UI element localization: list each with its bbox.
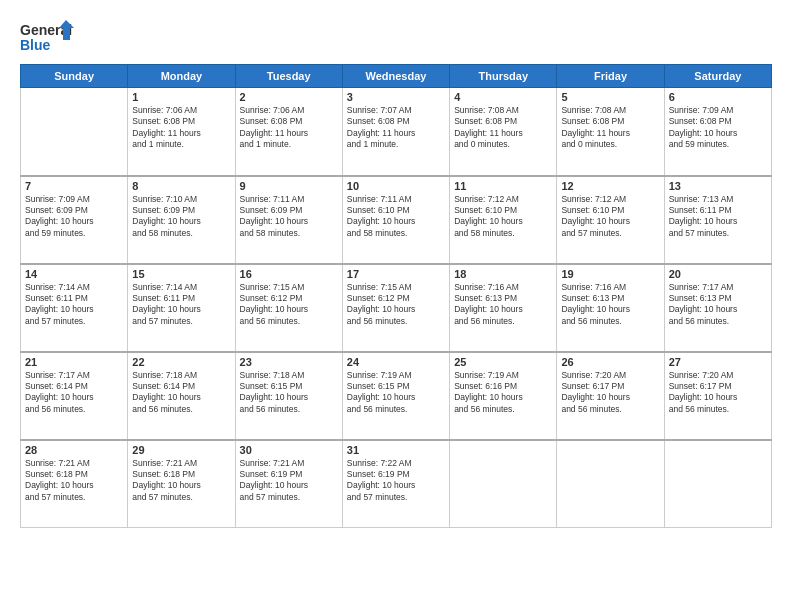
day-number: 11 (454, 180, 552, 192)
day-number: 24 (347, 356, 445, 368)
day-header-wednesday: Wednesday (342, 65, 449, 88)
calendar-cell: 21Sunrise: 7:17 AM Sunset: 6:14 PM Dayli… (21, 352, 128, 440)
day-number: 27 (669, 356, 767, 368)
calendar-cell: 17Sunrise: 7:15 AM Sunset: 6:12 PM Dayli… (342, 264, 449, 352)
calendar-cell (664, 440, 771, 528)
day-number: 10 (347, 180, 445, 192)
day-info: Sunrise: 7:21 AM Sunset: 6:19 PM Dayligh… (240, 458, 338, 504)
day-number: 30 (240, 444, 338, 456)
day-number: 28 (25, 444, 123, 456)
day-header-saturday: Saturday (664, 65, 771, 88)
day-info: Sunrise: 7:16 AM Sunset: 6:13 PM Dayligh… (454, 282, 552, 328)
day-info: Sunrise: 7:09 AM Sunset: 6:09 PM Dayligh… (25, 194, 123, 240)
day-info: Sunrise: 7:06 AM Sunset: 6:08 PM Dayligh… (240, 105, 338, 151)
calendar-cell: 20Sunrise: 7:17 AM Sunset: 6:13 PM Dayli… (664, 264, 771, 352)
day-info: Sunrise: 7:18 AM Sunset: 6:14 PM Dayligh… (132, 370, 230, 416)
calendar-cell: 2Sunrise: 7:06 AM Sunset: 6:08 PM Daylig… (235, 88, 342, 176)
day-info: Sunrise: 7:20 AM Sunset: 6:17 PM Dayligh… (561, 370, 659, 416)
calendar: SundayMondayTuesdayWednesdayThursdayFrid… (20, 64, 772, 528)
day-number: 6 (669, 91, 767, 103)
day-info: Sunrise: 7:12 AM Sunset: 6:10 PM Dayligh… (561, 194, 659, 240)
day-number: 17 (347, 268, 445, 280)
day-info: Sunrise: 7:06 AM Sunset: 6:08 PM Dayligh… (132, 105, 230, 151)
calendar-cell: 19Sunrise: 7:16 AM Sunset: 6:13 PM Dayli… (557, 264, 664, 352)
day-info: Sunrise: 7:15 AM Sunset: 6:12 PM Dayligh… (347, 282, 445, 328)
calendar-cell: 15Sunrise: 7:14 AM Sunset: 6:11 PM Dayli… (128, 264, 235, 352)
day-info: Sunrise: 7:09 AM Sunset: 6:08 PM Dayligh… (669, 105, 767, 151)
day-number: 25 (454, 356, 552, 368)
day-header-sunday: Sunday (21, 65, 128, 88)
calendar-cell: 9Sunrise: 7:11 AM Sunset: 6:09 PM Daylig… (235, 176, 342, 264)
day-number: 23 (240, 356, 338, 368)
calendar-cell (21, 88, 128, 176)
day-info: Sunrise: 7:14 AM Sunset: 6:11 PM Dayligh… (25, 282, 123, 328)
day-header-thursday: Thursday (450, 65, 557, 88)
day-number: 1 (132, 91, 230, 103)
day-info: Sunrise: 7:10 AM Sunset: 6:09 PM Dayligh… (132, 194, 230, 240)
day-header-monday: Monday (128, 65, 235, 88)
day-number: 14 (25, 268, 123, 280)
day-number: 31 (347, 444, 445, 456)
calendar-cell: 25Sunrise: 7:19 AM Sunset: 6:16 PM Dayli… (450, 352, 557, 440)
page: General Blue SundayMondayTuesdayWednesda… (0, 0, 792, 612)
day-number: 29 (132, 444, 230, 456)
calendar-cell: 26Sunrise: 7:20 AM Sunset: 6:17 PM Dayli… (557, 352, 664, 440)
header: General Blue (20, 18, 772, 56)
day-number: 7 (25, 180, 123, 192)
calendar-cell: 30Sunrise: 7:21 AM Sunset: 6:19 PM Dayli… (235, 440, 342, 528)
calendar-cell (450, 440, 557, 528)
day-number: 4 (454, 91, 552, 103)
calendar-cell: 23Sunrise: 7:18 AM Sunset: 6:15 PM Dayli… (235, 352, 342, 440)
day-info: Sunrise: 7:15 AM Sunset: 6:12 PM Dayligh… (240, 282, 338, 328)
calendar-cell: 3Sunrise: 7:07 AM Sunset: 6:08 PM Daylig… (342, 88, 449, 176)
day-info: Sunrise: 7:17 AM Sunset: 6:14 PM Dayligh… (25, 370, 123, 416)
logo: General Blue (20, 18, 75, 56)
day-number: 20 (669, 268, 767, 280)
calendar-cell: 7Sunrise: 7:09 AM Sunset: 6:09 PM Daylig… (21, 176, 128, 264)
day-number: 3 (347, 91, 445, 103)
calendar-cell: 24Sunrise: 7:19 AM Sunset: 6:15 PM Dayli… (342, 352, 449, 440)
calendar-cell: 5Sunrise: 7:08 AM Sunset: 6:08 PM Daylig… (557, 88, 664, 176)
day-info: Sunrise: 7:16 AM Sunset: 6:13 PM Dayligh… (561, 282, 659, 328)
calendar-cell: 16Sunrise: 7:15 AM Sunset: 6:12 PM Dayli… (235, 264, 342, 352)
day-number: 18 (454, 268, 552, 280)
day-number: 16 (240, 268, 338, 280)
day-number: 12 (561, 180, 659, 192)
calendar-cell: 13Sunrise: 7:13 AM Sunset: 6:11 PM Dayli… (664, 176, 771, 264)
calendar-cell (557, 440, 664, 528)
day-header-friday: Friday (557, 65, 664, 88)
day-number: 15 (132, 268, 230, 280)
calendar-cell: 22Sunrise: 7:18 AM Sunset: 6:14 PM Dayli… (128, 352, 235, 440)
day-info: Sunrise: 7:21 AM Sunset: 6:18 PM Dayligh… (132, 458, 230, 504)
calendar-cell: 11Sunrise: 7:12 AM Sunset: 6:10 PM Dayli… (450, 176, 557, 264)
calendar-cell: 29Sunrise: 7:21 AM Sunset: 6:18 PM Dayli… (128, 440, 235, 528)
day-info: Sunrise: 7:12 AM Sunset: 6:10 PM Dayligh… (454, 194, 552, 240)
day-info: Sunrise: 7:13 AM Sunset: 6:11 PM Dayligh… (669, 194, 767, 240)
day-number: 26 (561, 356, 659, 368)
day-info: Sunrise: 7:11 AM Sunset: 6:09 PM Dayligh… (240, 194, 338, 240)
calendar-cell: 31Sunrise: 7:22 AM Sunset: 6:19 PM Dayli… (342, 440, 449, 528)
day-info: Sunrise: 7:19 AM Sunset: 6:16 PM Dayligh… (454, 370, 552, 416)
calendar-cell: 18Sunrise: 7:16 AM Sunset: 6:13 PM Dayli… (450, 264, 557, 352)
day-info: Sunrise: 7:19 AM Sunset: 6:15 PM Dayligh… (347, 370, 445, 416)
day-info: Sunrise: 7:11 AM Sunset: 6:10 PM Dayligh… (347, 194, 445, 240)
day-header-tuesday: Tuesday (235, 65, 342, 88)
day-number: 8 (132, 180, 230, 192)
day-number: 5 (561, 91, 659, 103)
calendar-cell: 6Sunrise: 7:09 AM Sunset: 6:08 PM Daylig… (664, 88, 771, 176)
logo-svg: General Blue (20, 18, 75, 56)
calendar-cell: 8Sunrise: 7:10 AM Sunset: 6:09 PM Daylig… (128, 176, 235, 264)
calendar-cell: 28Sunrise: 7:21 AM Sunset: 6:18 PM Dayli… (21, 440, 128, 528)
day-info: Sunrise: 7:08 AM Sunset: 6:08 PM Dayligh… (561, 105, 659, 151)
day-number: 9 (240, 180, 338, 192)
day-number: 2 (240, 91, 338, 103)
day-info: Sunrise: 7:17 AM Sunset: 6:13 PM Dayligh… (669, 282, 767, 328)
day-info: Sunrise: 7:07 AM Sunset: 6:08 PM Dayligh… (347, 105, 445, 151)
day-info: Sunrise: 7:20 AM Sunset: 6:17 PM Dayligh… (669, 370, 767, 416)
day-info: Sunrise: 7:14 AM Sunset: 6:11 PM Dayligh… (132, 282, 230, 328)
calendar-cell: 14Sunrise: 7:14 AM Sunset: 6:11 PM Dayli… (21, 264, 128, 352)
calendar-cell: 1Sunrise: 7:06 AM Sunset: 6:08 PM Daylig… (128, 88, 235, 176)
day-number: 19 (561, 268, 659, 280)
day-info: Sunrise: 7:22 AM Sunset: 6:19 PM Dayligh… (347, 458, 445, 504)
day-info: Sunrise: 7:21 AM Sunset: 6:18 PM Dayligh… (25, 458, 123, 504)
